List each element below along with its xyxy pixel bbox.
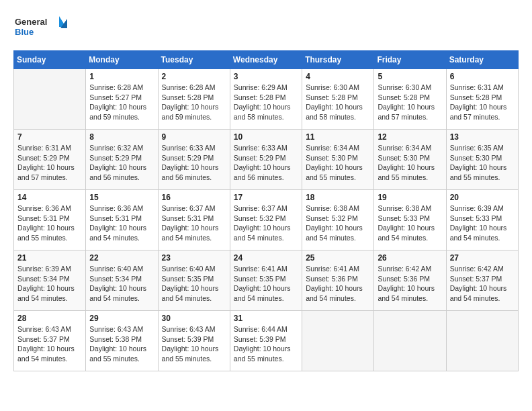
calendar-body: 1Sunrise: 6:28 AM Sunset: 5:27 PM Daylig… [14,69,519,371]
day-cell: 19Sunrise: 6:38 AM Sunset: 5:33 PM Dayli… [374,190,446,250]
day-info: Sunrise: 6:31 AM Sunset: 5:29 PM Dayligh… [17,143,82,183]
day-cell: 20Sunrise: 6:39 AM Sunset: 5:33 PM Dayli… [446,190,518,250]
day-cell: 9Sunrise: 6:33 AM Sunset: 5:29 PM Daylig… [158,130,230,190]
day-info: Sunrise: 6:36 AM Sunset: 5:31 PM Dayligh… [17,203,82,243]
day-number: 23 [162,253,226,263]
day-cell [14,69,86,130]
day-info: Sunrise: 6:35 AM Sunset: 5:30 PM Dayligh… [450,143,515,183]
day-cell: 5Sunrise: 6:30 AM Sunset: 5:28 PM Daylig… [374,69,446,130]
day-info: Sunrise: 6:43 AM Sunset: 5:37 PM Dayligh… [17,324,82,364]
day-cell: 23Sunrise: 6:40 AM Sunset: 5:35 PM Dayli… [158,250,230,311]
header-row: SundayMondayTuesdayWednesdayThursdayFrid… [14,51,519,69]
page-header: General Blue [13,13,519,44]
day-info: Sunrise: 6:43 AM Sunset: 5:39 PM Dayligh… [162,324,226,364]
day-cell: 7Sunrise: 6:31 AM Sunset: 5:29 PM Daylig… [14,130,86,190]
day-cell: 28Sunrise: 6:43 AM Sunset: 5:37 PM Dayli… [14,311,86,371]
day-cell: 2Sunrise: 6:28 AM Sunset: 5:28 PM Daylig… [158,69,230,130]
day-cell: 29Sunrise: 6:43 AM Sunset: 5:38 PM Dayli… [86,311,158,371]
col-header-sunday: Sunday [14,51,86,69]
day-number: 26 [378,253,442,263]
day-cell: 13Sunrise: 6:35 AM Sunset: 5:30 PM Dayli… [446,130,518,190]
day-info: Sunrise: 6:33 AM Sunset: 5:29 PM Dayligh… [162,143,226,183]
day-number: 29 [89,314,154,323]
day-info: Sunrise: 6:40 AM Sunset: 5:34 PM Dayligh… [89,264,154,304]
day-number: 2 [162,72,226,81]
week-row-2: 7Sunrise: 6:31 AM Sunset: 5:29 PM Daylig… [14,130,519,190]
day-cell: 30Sunrise: 6:43 AM Sunset: 5:39 PM Dayli… [158,311,230,371]
day-number: 30 [162,314,226,323]
day-cell: 26Sunrise: 6:42 AM Sunset: 5:36 PM Dayli… [374,250,446,311]
week-row-5: 28Sunrise: 6:43 AM Sunset: 5:37 PM Dayli… [14,311,519,371]
day-info: Sunrise: 6:28 AM Sunset: 5:28 PM Dayligh… [162,83,226,122]
col-header-thursday: Thursday [302,51,374,69]
col-header-wednesday: Wednesday [230,51,302,69]
calendar-table: SundayMondayTuesdayWednesdayThursdayFrid… [13,50,519,371]
day-number: 19 [378,193,442,202]
day-info: Sunrise: 6:42 AM Sunset: 5:37 PM Dayligh… [450,264,515,304]
day-number: 24 [234,253,298,263]
day-cell: 31Sunrise: 6:44 AM Sunset: 5:39 PM Dayli… [230,311,302,371]
day-info: Sunrise: 6:38 AM Sunset: 5:33 PM Dayligh… [378,203,442,243]
svg-text:Blue: Blue [15,27,34,37]
day-info: Sunrise: 6:32 AM Sunset: 5:29 PM Dayligh… [89,143,154,183]
day-cell: 10Sunrise: 6:33 AM Sunset: 5:29 PM Dayli… [230,130,302,190]
day-info: Sunrise: 6:37 AM Sunset: 5:31 PM Dayligh… [162,203,226,243]
day-info: Sunrise: 6:30 AM Sunset: 5:28 PM Dayligh… [306,83,370,122]
day-cell: 16Sunrise: 6:37 AM Sunset: 5:31 PM Dayli… [158,190,230,250]
day-number: 31 [234,314,298,323]
col-header-friday: Friday [374,51,446,69]
day-cell: 25Sunrise: 6:41 AM Sunset: 5:36 PM Dayli… [302,250,374,311]
day-number: 12 [378,132,442,142]
day-info: Sunrise: 6:39 AM Sunset: 5:34 PM Dayligh… [17,264,82,304]
day-cell: 4Sunrise: 6:30 AM Sunset: 5:28 PM Daylig… [302,69,374,130]
day-info: Sunrise: 6:31 AM Sunset: 5:28 PM Dayligh… [450,83,515,122]
day-number: 4 [306,72,370,81]
day-number: 28 [17,314,82,323]
day-cell: 17Sunrise: 6:37 AM Sunset: 5:32 PM Dayli… [230,190,302,250]
day-number: 11 [306,132,370,142]
day-cell [302,311,374,371]
day-cell: 21Sunrise: 6:39 AM Sunset: 5:34 PM Dayli… [14,250,86,311]
week-row-3: 14Sunrise: 6:36 AM Sunset: 5:31 PM Dayli… [14,190,519,250]
day-info: Sunrise: 6:34 AM Sunset: 5:30 PM Dayligh… [306,143,370,183]
day-number: 21 [17,253,82,263]
day-cell [446,311,518,371]
day-number: 17 [234,193,298,202]
day-cell: 15Sunrise: 6:36 AM Sunset: 5:31 PM Dayli… [86,190,158,250]
logo: General Blue [13,13,67,44]
day-cell: 14Sunrise: 6:36 AM Sunset: 5:31 PM Dayli… [14,190,86,250]
col-header-saturday: Saturday [446,51,518,69]
day-number: 15 [89,193,154,202]
day-number: 1 [89,72,154,81]
day-cell: 12Sunrise: 6:34 AM Sunset: 5:30 PM Dayli… [374,130,446,190]
day-info: Sunrise: 6:41 AM Sunset: 5:36 PM Dayligh… [306,264,370,304]
day-info: Sunrise: 6:30 AM Sunset: 5:28 PM Dayligh… [378,83,442,122]
day-info: Sunrise: 6:36 AM Sunset: 5:31 PM Dayligh… [89,203,154,243]
week-row-4: 21Sunrise: 6:39 AM Sunset: 5:34 PM Dayli… [14,250,519,311]
day-info: Sunrise: 6:39 AM Sunset: 5:33 PM Dayligh… [450,203,515,243]
day-cell: 22Sunrise: 6:40 AM Sunset: 5:34 PM Dayli… [86,250,158,311]
day-cell: 11Sunrise: 6:34 AM Sunset: 5:30 PM Dayli… [302,130,374,190]
day-number: 7 [17,132,82,142]
col-header-monday: Monday [86,51,158,69]
day-info: Sunrise: 6:37 AM Sunset: 5:32 PM Dayligh… [234,203,298,243]
day-cell: 6Sunrise: 6:31 AM Sunset: 5:28 PM Daylig… [446,69,518,130]
day-number: 3 [234,72,298,81]
day-cell: 3Sunrise: 6:29 AM Sunset: 5:28 PM Daylig… [230,69,302,130]
col-header-tuesday: Tuesday [158,51,230,69]
day-number: 13 [450,132,515,142]
day-number: 22 [89,253,154,263]
day-info: Sunrise: 6:41 AM Sunset: 5:35 PM Dayligh… [234,264,298,304]
day-cell: 24Sunrise: 6:41 AM Sunset: 5:35 PM Dayli… [230,250,302,311]
day-cell: 18Sunrise: 6:38 AM Sunset: 5:32 PM Dayli… [302,190,374,250]
day-number: 27 [450,253,515,263]
logo-svg: General Blue [13,13,67,44]
day-number: 8 [89,132,154,142]
day-cell: 1Sunrise: 6:28 AM Sunset: 5:27 PM Daylig… [86,69,158,130]
day-number: 10 [234,132,298,142]
day-cell [374,311,446,371]
day-number: 9 [162,132,226,142]
calendar-header: SundayMondayTuesdayWednesdayThursdayFrid… [14,51,519,69]
day-cell: 8Sunrise: 6:32 AM Sunset: 5:29 PM Daylig… [86,130,158,190]
day-info: Sunrise: 6:29 AM Sunset: 5:28 PM Dayligh… [234,83,298,122]
